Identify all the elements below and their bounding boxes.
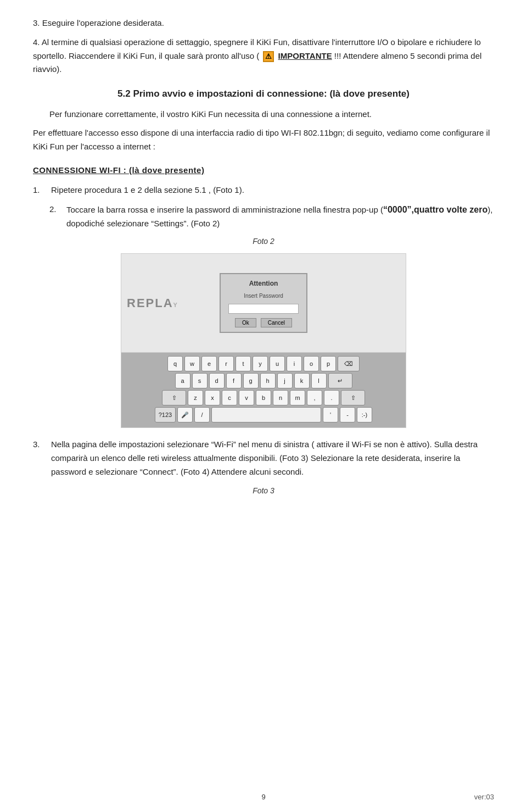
step-2: 2. Toccare la barra rossa e inserire la … — [49, 203, 494, 231]
key-c[interactable]: c — [222, 390, 237, 405]
key-r[interactable]: r — [218, 356, 234, 371]
key-comma[interactable]: , — [307, 390, 322, 405]
popup-dialog: Attention Insert Password Ok Cancel — [220, 273, 307, 333]
keyboard-row-2: a s d f g h j k l ↵ — [126, 373, 401, 388]
main-content: 3. Eseguire l'operazione desiderata. 4. … — [33, 16, 494, 497]
connessione-label: CONNESSIONE WI-FI : (là dove presente) — [33, 164, 494, 177]
popup-input-field[interactable] — [228, 304, 299, 314]
key-n[interactable]: n — [273, 390, 288, 405]
key-g[interactable]: g — [243, 373, 259, 388]
step-3-number: 3. — [33, 438, 47, 452]
key-q[interactable]: q — [167, 356, 183, 371]
key-d[interactable]: d — [209, 373, 225, 388]
keyboard-top-area: REPLAY Attention Insert Password Ok Canc… — [121, 254, 406, 353]
key-period[interactable]: . — [324, 390, 339, 405]
key-b[interactable]: b — [256, 390, 271, 405]
key-dash[interactable]: - — [340, 407, 355, 422]
key-i[interactable]: i — [287, 356, 302, 371]
section-intro: Per funzionare correttamente, il vostro … — [49, 107, 494, 121]
step-2-bold: “0000”,quattro volte zero — [383, 205, 487, 214]
key-slash[interactable]: / — [194, 407, 210, 422]
key-t[interactable]: t — [236, 356, 251, 371]
step-2-text: Toccare la barra rossa e inserire la pas… — [66, 203, 494, 231]
foto2-container: REPLAY Attention Insert Password Ok Canc… — [33, 253, 494, 428]
key-v[interactable]: v — [239, 390, 254, 405]
version-label: ver:03 — [474, 793, 494, 801]
key-p[interactable]: p — [321, 356, 336, 371]
step-2-number: 2. — [49, 203, 63, 231]
foto2-label: Foto 2 — [33, 235, 494, 248]
step-3-text: Nella pagina delle impostazioni selezion… — [51, 438, 494, 479]
key-w[interactable]: w — [184, 356, 200, 371]
key-k[interactable]: k — [294, 373, 310, 388]
keyboard-rows: q w e r t y u i o p ⌫ a s d f — [121, 353, 406, 427]
key-z[interactable]: z — [188, 390, 203, 405]
step-1-text: Ripetere procedura 1 e 2 della sezione 5… — [51, 183, 244, 197]
key-delete[interactable]: ⌫ — [338, 356, 360, 371]
item-3-text: Eseguire l'operazione desiderata. — [42, 18, 164, 27]
item-3-number: 3. — [33, 18, 40, 27]
key-u[interactable]: u — [270, 356, 285, 371]
foto3-label: Foto 3 — [33, 485, 494, 497]
key-shift-left[interactable]: ⇧ — [162, 390, 186, 405]
key-shift-right[interactable]: ⇧ — [341, 390, 365, 405]
key-apostrophe[interactable]: ' — [323, 407, 338, 422]
key-a[interactable]: a — [175, 373, 190, 388]
popup-cancel-button[interactable]: Cancel — [261, 318, 292, 327]
key-h[interactable]: h — [260, 373, 276, 388]
warning-icon: ⚠ — [263, 51, 274, 62]
key-m[interactable]: m — [290, 390, 305, 405]
popup-buttons: Ok Cancel — [228, 318, 299, 327]
importante-label: IMPORTANTE — [278, 51, 332, 60]
page-number: 9 — [261, 793, 265, 801]
item-4: 4. Al termine di qualsiasi operazione di… — [33, 36, 494, 76]
step-2-pre: Toccare la barra rossa e inserire la pas… — [66, 205, 383, 214]
key-e[interactable]: e — [201, 356, 217, 371]
keyboard-screenshot: REPLAY Attention Insert Password Ok Canc… — [121, 253, 406, 428]
section-para2: Per effettuare l'accesso esso dispone di… — [33, 126, 494, 154]
keyboard-row-1: q w e r t y u i o p ⌫ — [126, 356, 401, 371]
step-3: 3. Nella pagina delle impostazioni selez… — [33, 438, 494, 479]
key-smiley[interactable]: :-) — [357, 407, 372, 422]
key-j[interactable]: j — [277, 373, 293, 388]
key-enter[interactable]: ↵ — [328, 373, 352, 388]
key-f[interactable]: f — [226, 373, 242, 388]
key-numeric[interactable]: ?123 — [155, 407, 176, 422]
key-o[interactable]: o — [304, 356, 319, 371]
key-microphone[interactable]: 🎤 — [177, 407, 193, 422]
keyboard-row-4: ?123 🎤 / ' - :-) — [126, 407, 401, 422]
item-4-number: 4. — [33, 37, 40, 47]
step-1-number: 1. — [33, 183, 47, 197]
key-s[interactable]: s — [192, 373, 208, 388]
keyboard-row-3: ⇧ z x c v b n m , . ⇧ — [126, 390, 401, 405]
section-heading: 5.2 Primo avvio e impostazioni di connes… — [33, 86, 494, 102]
popup-subtitle: Insert Password — [228, 292, 299, 301]
step-1: 1. Ripetere procedura 1 e 2 della sezion… — [33, 183, 494, 197]
key-space[interactable] — [211, 407, 321, 422]
key-l[interactable]: l — [311, 373, 327, 388]
key-x[interactable]: x — [205, 390, 220, 405]
popup-title: Attention — [228, 279, 299, 290]
popup-ok-button[interactable]: Ok — [235, 318, 256, 327]
item-3: 3. Eseguire l'operazione desiderata. — [33, 16, 494, 30]
key-y[interactable]: y — [253, 356, 268, 371]
brand-logo: REPLAY — [127, 293, 178, 313]
